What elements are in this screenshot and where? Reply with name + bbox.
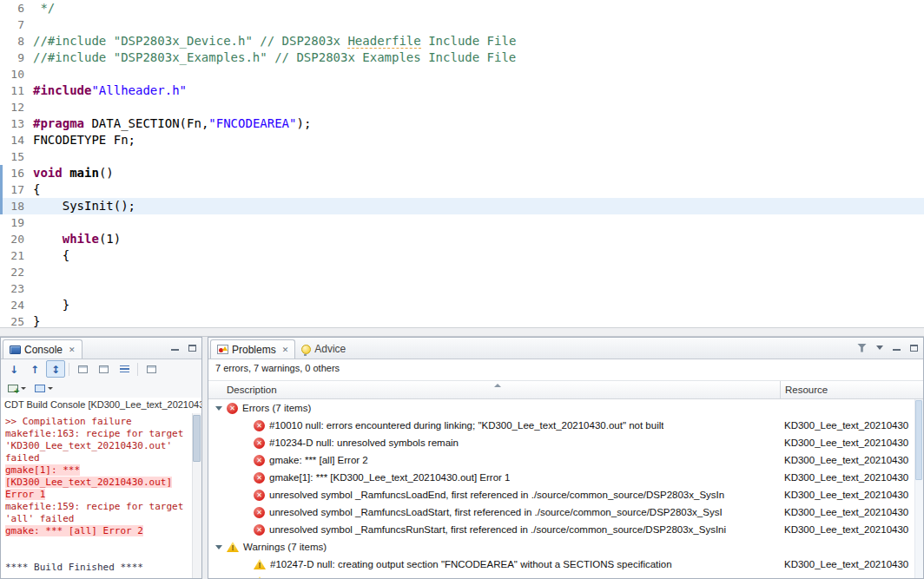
scrollbar-thumb[interactable] (193, 415, 201, 462)
tab-console[interactable]: Console ✕ (3, 339, 82, 359)
problems-scrollbar[interactable] (914, 399, 923, 578)
problem-group-error[interactable]: ✕Errors (7 items) (208, 399, 923, 417)
filter-button[interactable] (855, 341, 868, 354)
copy-build-log-button[interactable] (73, 360, 92, 378)
line-number-11[interactable]: 11 (0, 82, 31, 99)
clear-console-button[interactable] (142, 360, 161, 378)
show-error-toggle-icon (51, 361, 60, 377)
minimize-icon (893, 344, 901, 352)
line-number-17[interactable]: 17 (0, 181, 31, 198)
view-menu-button[interactable] (873, 341, 886, 354)
line-number-21[interactable]: 21 (0, 247, 31, 264)
previous-error-button[interactable] (25, 360, 44, 378)
next-error-button[interactable] (4, 360, 23, 378)
code-line-20: while(1) (31, 231, 924, 247)
column-header-resource[interactable]: Resource (780, 381, 923, 398)
minimize-button[interactable] (890, 341, 903, 354)
problems-icon (217, 345, 228, 354)
minimize-icon (171, 344, 179, 352)
line-number-9[interactable]: 9 (0, 49, 31, 66)
problem-row[interactable]: ✕#10234-D null: unresolved symbols remai… (208, 434, 923, 451)
maximize-button[interactable] (186, 341, 199, 354)
problems-summary: 7 errors, 7 warnings, 0 others (208, 359, 923, 380)
line-number-24[interactable]: 24 (0, 297, 31, 313)
console-window-buttons (168, 341, 199, 354)
table-header: Description Resource (208, 380, 923, 399)
line-number-22[interactable]: 22 (0, 264, 31, 280)
code-editor[interactable]: 678910111213141516171819202122232425 *//… (0, 0, 924, 327)
line-number-16[interactable]: 16 (0, 165, 31, 181)
close-icon[interactable]: ✕ (69, 345, 76, 354)
scrollbar-thumb[interactable] (915, 400, 922, 480)
line-number-19[interactable]: 19 (0, 214, 31, 231)
code-line-16: void main() (31, 165, 924, 181)
problem-description: !#10247-D null: creating output section … (208, 576, 780, 578)
console-line: gmake[1]: *** (5, 464, 191, 477)
next-error-icon (10, 361, 18, 377)
problem-row[interactable]: ✕gmake: *** [all] Error 2KD300_Lee_text_… (208, 451, 923, 469)
description-text: #10247-D null: creating output section "… (270, 576, 610, 578)
view-menu-icon (876, 345, 883, 350)
problem-description: ✕#10234-D null: unresolved symbols remai… (208, 438, 780, 449)
tab-problems[interactable]: Problems ✕ (210, 339, 295, 359)
tab-advice[interactable]: Advice (295, 339, 352, 359)
resource-header-label: Resource (785, 385, 828, 395)
line-number-7[interactable]: 7 (0, 16, 31, 33)
problem-row[interactable]: ✕#10010 null: errors encountered during … (208, 417, 923, 434)
description-text: unresolved symbol _RamfuncsLoadStart, fi… (269, 507, 723, 517)
open-console-button[interactable] (5, 380, 29, 396)
problem-row[interactable]: !#10247-D null: creating output section … (208, 573, 923, 578)
console-output[interactable]: >> Compilation failuremakefile:163: reci… (1, 413, 201, 578)
code-line-9: //#include "DSP2803x_Examples.h" // DSP2… (31, 49, 924, 66)
code-line-10 (31, 66, 924, 82)
maximize-button[interactable] (908, 341, 921, 354)
line-number-23[interactable]: 23 (0, 280, 31, 297)
line-number-25[interactable]: 25 (0, 313, 31, 327)
problem-group-warning[interactable]: !Warnings (7 items) (208, 538, 923, 556)
code-line-12 (31, 99, 924, 115)
close-icon[interactable]: ✕ (282, 345, 289, 354)
line-number-14[interactable]: 14 (0, 132, 31, 148)
warning-icon: ! (254, 559, 266, 569)
console-line: **** Build Finished **** (5, 562, 191, 574)
problem-row[interactable]: ✕unresolved symbol _RamfuncsLoadEnd, fir… (208, 486, 923, 503)
expander-icon[interactable] (215, 406, 222, 411)
expander-icon[interactable] (215, 545, 222, 549)
wrap-lines-button[interactable] (115, 360, 134, 378)
horizontal-splitter[interactable] (0, 327, 924, 337)
minimize-button[interactable] (168, 341, 182, 354)
warning-icon: ! (254, 576, 266, 578)
resource-cell: KD300_Lee_text_20210430 (780, 524, 923, 535)
code-line-24: } (31, 297, 924, 313)
line-number-20[interactable]: 20 (0, 231, 31, 247)
line-number-8[interactable]: 8 (0, 33, 31, 49)
group-label: Errors (7 items) (242, 403, 311, 413)
line-number-18[interactable]: 18 (0, 198, 31, 214)
problem-row[interactable]: ✕unresolved symbol _RamfuncsLoadStart, f… (208, 503, 923, 521)
display-selected-console-button[interactable] (32, 380, 56, 396)
line-number-15[interactable]: 15 (0, 148, 31, 165)
show-error-toggle-button[interactable] (46, 360, 65, 378)
problems-table[interactable]: ✕Errors (7 items)✕#10010 null: errors en… (208, 399, 923, 578)
description-text: gmake[1]: *** [KD300_Lee_text_20210430.o… (269, 472, 510, 483)
code-line-25: } (31, 313, 924, 327)
code-lines[interactable]: *///#include "DSP2803x_Device.h" // DSP2… (31, 0, 924, 327)
problem-row[interactable]: !#10247-D null: creating output section … (208, 556, 923, 573)
line-number-12[interactable]: 12 (0, 99, 31, 115)
column-header-description[interactable]: Description (208, 381, 780, 398)
console-scrollbar[interactable] (192, 413, 201, 578)
problem-row[interactable]: ✕gmake[1]: *** [KD300_Lee_text_20210430.… (208, 469, 923, 486)
problem-row[interactable]: ✕unresolved symbol _RamfuncsRunStart, fi… (208, 521, 923, 538)
console-line: gmake: *** [all] Error 2 (5, 525, 191, 537)
line-number-10[interactable]: 10 (0, 66, 31, 82)
line-number-gutter[interactable]: 678910111213141516171819202122232425 (0, 0, 31, 327)
error-icon: ✕ (254, 455, 265, 466)
open-build-log-icon (99, 365, 109, 373)
code-line-15 (31, 148, 924, 165)
line-number-13[interactable]: 13 (0, 115, 31, 132)
resource-cell: KD300_Lee_text_20210430 (780, 559, 923, 569)
console-title: CDT Build Console [KD300_Lee_text_202104… (1, 398, 201, 413)
open-build-log-button[interactable] (94, 360, 113, 378)
console-toolbar (1, 359, 201, 378)
line-number-6[interactable]: 6 (0, 0, 31, 16)
